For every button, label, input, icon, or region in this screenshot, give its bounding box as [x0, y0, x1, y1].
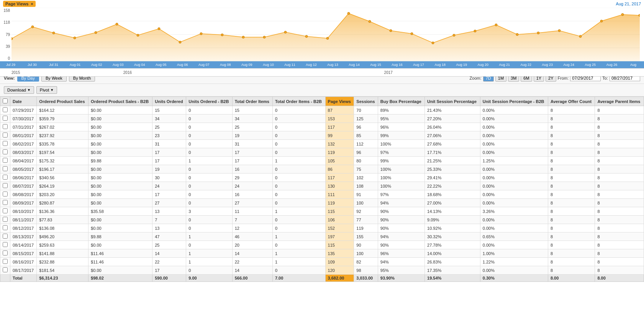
cell-total-order-items: 27 — [232, 199, 272, 207]
row-checkbox-cell[interactable] — [0, 190, 10, 199]
svg-point-7 — [31, 26, 34, 28]
cell-ordered-product-sales: $340.56 — [37, 174, 88, 182]
row-checkbox[interactable] — [3, 133, 8, 137]
chart-container: Page Views × Aug 21, 2017 158 118 79 39 … — [0, 0, 644, 73]
download-arrow-icon: ▼ — [27, 88, 31, 92]
cell-date: 08/03/2017 — [10, 148, 37, 157]
th-units-ordered-b2b[interactable]: Units Ordered - B2B — [186, 97, 232, 106]
row-checkbox-cell[interactable] — [0, 199, 10, 207]
table-row: 08/14/2017 $259.63 $0.00 25 0 20 0 115 9… — [0, 241, 644, 249]
row-checkbox-cell[interactable] — [0, 216, 10, 224]
table-row: 07/30/2017 $359.79 $0.00 34 0 34 0 153 1… — [0, 115, 644, 123]
x-label: Aug 14 — [344, 63, 365, 67]
cell-sessions: 102 — [354, 174, 378, 182]
row-checkbox-cell[interactable] — [0, 157, 10, 165]
th-date[interactable]: Date — [10, 97, 37, 106]
row-checkbox-cell[interactable] — [0, 131, 10, 140]
download-button[interactable]: Download ▼ — [4, 86, 34, 94]
row-checkbox[interactable] — [3, 259, 8, 264]
cell-sessions: 85 — [354, 131, 378, 140]
pivot-button[interactable]: Pivot ▼ — [36, 86, 57, 94]
row-checkbox[interactable] — [3, 141, 8, 146]
row-checkbox-cell[interactable] — [0, 174, 10, 182]
cell-units-ordered-b2b: 0 — [186, 241, 232, 249]
cell-sessions: 98 — [354, 266, 378, 275]
cell-unit-session-percentage: 27.78% — [425, 241, 480, 249]
row-checkbox-cell[interactable] — [0, 266, 10, 275]
row-checkbox-cell[interactable] — [0, 249, 10, 258]
row-checkbox[interactable] — [3, 250, 8, 255]
row-checkbox[interactable] — [3, 183, 8, 188]
row-checkbox-cell[interactable] — [0, 224, 10, 232]
th-unit-session-percentage-b2b[interactable]: Unit Session Percentage - B2B — [480, 97, 548, 106]
cell-unit-session-percentage: 29.41% — [425, 174, 480, 182]
row-checkbox-cell[interactable] — [0, 232, 10, 241]
x-label: Jul 31 — [43, 63, 64, 67]
cell-total-order-items-b2b: 1 — [272, 232, 325, 241]
row-checkbox[interactable] — [3, 124, 8, 129]
row-checkbox-cell[interactable] — [0, 207, 10, 216]
row-checkbox[interactable] — [3, 242, 8, 247]
page-views-badge[interactable]: Page Views × — [3, 1, 36, 7]
row-checkbox-cell[interactable] — [0, 165, 10, 174]
row-checkbox-cell[interactable] — [0, 182, 10, 190]
row-checkbox[interactable] — [3, 192, 8, 196]
cell-average-parent-items: 8 — [595, 199, 644, 207]
row-checkbox[interactable] — [3, 158, 8, 163]
cell-average-parent-items: 8 — [595, 190, 644, 199]
th-units-ordered[interactable]: Units Ordered — [152, 97, 186, 106]
row-checkbox-cell[interactable] — [0, 258, 10, 266]
cell-unit-session-percentage-b2b: 0.00% — [480, 123, 548, 131]
table-footer: Total $6,314.23 $98.02 590.00 9.00 566.0… — [0, 275, 644, 282]
badge-label: Page Views — [5, 2, 28, 6]
svg-point-16 — [221, 34, 223, 36]
row-checkbox[interactable] — [3, 225, 8, 230]
th-sessions[interactable]: Sessions — [354, 97, 378, 106]
th-total-order-items[interactable]: Total Order Items — [232, 97, 272, 106]
cell-unit-session-percentage: 21.43% — [425, 106, 480, 115]
th-ordered-product-sales-b2b[interactable]: Ordered Product Sales - B2B — [88, 97, 152, 106]
data-table: Date Ordered Product Sales Ordered Produ… — [0, 97, 644, 282]
cell-average-offer-count: 8 — [548, 165, 595, 174]
cell-ordered-product-sales: $264.19 — [37, 182, 88, 190]
row-checkbox-cell[interactable] — [0, 140, 10, 148]
th-ordered-product-sales[interactable]: Ordered Product Sales — [37, 97, 88, 106]
close-icon[interactable]: × — [31, 2, 33, 6]
row-checkbox[interactable] — [3, 208, 8, 213]
cell-sessions: 91 — [354, 190, 378, 199]
th-average-offer-count[interactable]: Average Offer Count — [548, 97, 595, 106]
row-checkbox[interactable] — [3, 217, 8, 222]
cell-buy-box-percentage: 99% — [378, 131, 424, 140]
cell-page-views: 86 — [325, 165, 354, 174]
cell-ordered-product-sales-b2b: $0.00 — [88, 148, 152, 157]
x-label: Aug 03 — [107, 63, 129, 67]
table-row: 08/02/2017 $335.78 $0.00 31 0 31 0 132 1… — [0, 140, 644, 148]
row-checkbox-cell[interactable] — [0, 241, 10, 249]
table-row: 08/06/2017 $340.56 $0.00 30 0 29 0 117 1… — [0, 174, 644, 182]
cell-total-order-items: 46 — [232, 232, 272, 241]
row-checkbox[interactable] — [3, 149, 8, 154]
row-checkbox-cell[interactable] — [0, 115, 10, 123]
row-checkbox[interactable] — [3, 234, 8, 239]
th-average-parent-items[interactable]: Average Parent Items — [595, 97, 644, 106]
cell-unit-session-percentage-b2b: 0.00% — [480, 224, 548, 232]
row-checkbox-cell[interactable] — [0, 106, 10, 115]
row-checkbox[interactable] — [3, 107, 8, 112]
row-checkbox[interactable] — [3, 267, 8, 272]
th-page-views[interactable]: Page Views — [325, 97, 354, 106]
row-checkbox[interactable] — [3, 200, 8, 205]
cell-buy-box-percentage: 89% — [378, 106, 424, 115]
row-checkbox-cell[interactable] — [0, 123, 10, 131]
cell-sessions: 96 — [354, 123, 378, 131]
cell-ordered-product-sales: $359.79 — [37, 115, 88, 123]
row-checkbox[interactable] — [3, 116, 8, 121]
cell-unit-session-percentage-b2b: 0.00% — [480, 190, 548, 199]
row-checkbox-cell[interactable] — [0, 148, 10, 157]
th-unit-session-percentage[interactable]: Unit Session Percentage — [425, 97, 480, 106]
x-label: Aug 09 — [236, 63, 257, 67]
row-checkbox[interactable] — [3, 166, 8, 171]
th-buy-box-percentage[interactable]: Buy Box Percentage — [378, 97, 424, 106]
select-all-checkbox[interactable] — [3, 98, 8, 103]
th-total-order-items-b2b[interactable]: Total Order Items - B2B — [272, 97, 325, 106]
row-checkbox[interactable] — [3, 175, 8, 180]
